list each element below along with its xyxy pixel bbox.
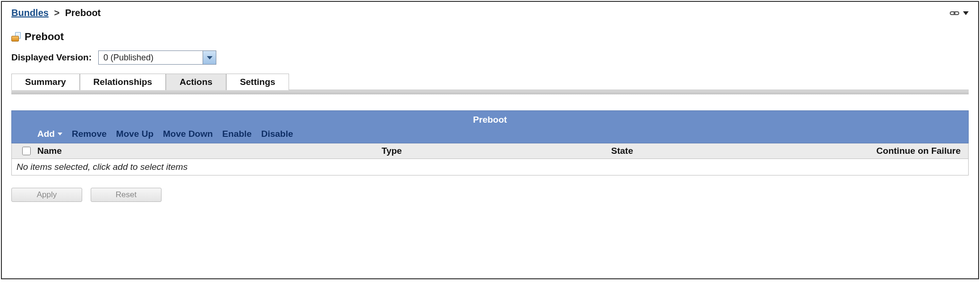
column-header-type[interactable]: Type — [382, 146, 611, 156]
panel-gap — [11, 94, 969, 110]
panel-toolbar: Add Remove Move Up Move Down Enable Disa… — [12, 127, 968, 143]
moveup-button[interactable]: Move Up — [116, 129, 153, 139]
column-header-continue-on-failure[interactable]: Continue on Failure — [841, 146, 963, 156]
top-icons — [950, 11, 969, 15]
select-all-checkbox[interactable] — [22, 147, 31, 155]
breadcrumb-current: Preboot — [65, 8, 101, 18]
tab-relationships[interactable]: Relationships — [80, 74, 166, 90]
select-dropdown-button[interactable] — [203, 51, 216, 64]
remove-button[interactable]: Remove — [72, 129, 107, 139]
version-row: Displayed Version: 0 (Published) — [11, 50, 969, 65]
add-button[interactable]: Add — [37, 129, 62, 139]
dropdown-caret-icon[interactable] — [963, 11, 969, 15]
column-header-name[interactable]: Name — [35, 146, 382, 156]
column-header-state[interactable]: State — [611, 146, 841, 156]
displayed-version-select[interactable]: 0 (Published) — [98, 50, 216, 65]
tab-summary[interactable]: Summary — [11, 74, 80, 90]
table-empty-row: No items selected, click add to select i… — [11, 159, 969, 175]
chevron-down-icon — [58, 133, 62, 135]
title-row: Preboot — [11, 31, 969, 43]
displayed-version-label: Displayed Version: — [11, 52, 92, 63]
bundle-icon — [11, 32, 21, 42]
page-frame: Bundles > Preboot Preboot Displayed Vers… — [1, 1, 979, 279]
table-header-row: Name Type State Continue on Failure — [11, 143, 969, 159]
chevron-down-icon — [207, 56, 213, 59]
tab-settings[interactable]: Settings — [226, 74, 289, 90]
breadcrumb-separator: > — [51, 8, 62, 18]
select-all-cell — [17, 145, 35, 157]
tab-actions[interactable]: Actions — [166, 74, 226, 90]
button-row: Apply Reset — [11, 188, 969, 202]
breadcrumb-root-link[interactable]: Bundles — [11, 8, 49, 18]
panel-title: Preboot — [12, 111, 968, 127]
breadcrumb: Bundles > Preboot — [11, 8, 101, 18]
page-title: Preboot — [25, 31, 64, 43]
add-label: Add — [37, 129, 55, 139]
tabs: Summary Relationships Actions Settings — [11, 73, 969, 90]
breadcrumb-row: Bundles > Preboot — [11, 8, 969, 18]
reset-button[interactable]: Reset — [91, 188, 162, 202]
movedown-button[interactable]: Move Down — [163, 129, 213, 139]
tab-underbar — [11, 90, 969, 94]
apply-button[interactable]: Apply — [11, 188, 82, 202]
displayed-version-value: 0 (Published) — [99, 53, 203, 63]
disable-button[interactable]: Disable — [261, 129, 293, 139]
actions-panel: Preboot Add Remove Move Up Move Down Ena… — [11, 110, 969, 143]
link-icon[interactable] — [950, 11, 959, 15]
enable-button[interactable]: Enable — [222, 129, 252, 139]
